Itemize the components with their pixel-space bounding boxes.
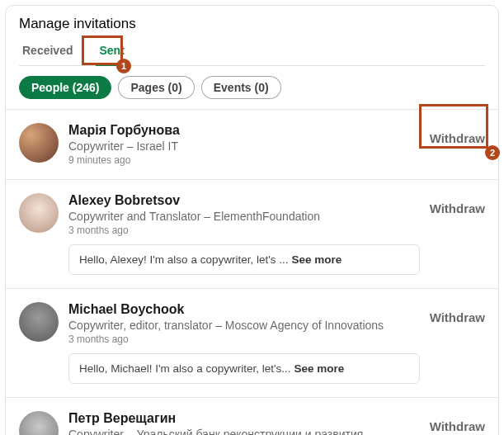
person-subtitle: Copywriter and Translator – ElementhFoun… [68, 210, 420, 223]
filter-pages[interactable]: Pages (0) [118, 76, 194, 99]
row-action: Withdraw [430, 411, 485, 433]
avatar[interactable] [19, 411, 59, 435]
invitation-info: Michael Boychook Copywriter, editor, tra… [68, 302, 420, 384]
manage-invitations-card: Manage invitations Received Sent People … [5, 5, 499, 435]
message-preview[interactable]: Hello, Michael! I'm also a copywriter, l… [68, 353, 420, 384]
person-name[interactable]: Michael Boychook [68, 302, 420, 317]
invitation-row: Марія Горбунова Copywriter – Israel IT 9… [6, 109, 498, 179]
card-header: Manage invitations Received Sent [6, 6, 498, 66]
tabs: Received Sent [19, 37, 485, 66]
invitation-row: Michael Boychook Copywriter, editor, tra… [6, 288, 498, 397]
person-subtitle: Copywriter, editor, translator – Moscow … [68, 319, 420, 332]
see-more-link[interactable]: See more [294, 362, 345, 375]
filter-row: People (246) Pages (0) Events (0) [6, 66, 498, 109]
withdraw-button[interactable]: Withdraw [430, 131, 485, 145]
filter-events[interactable]: Events (0) [201, 76, 281, 99]
invitation-row: Петр Верещагин Copywriter – Уральский ба… [6, 397, 498, 435]
filter-people[interactable]: People (246) [19, 76, 111, 99]
row-action: Withdraw [430, 302, 485, 324]
invitation-info: Марія Горбунова Copywriter – Israel IT 9… [68, 123, 420, 166]
person-subtitle: Copywriter – Уральский банк реконструкци… [68, 428, 420, 435]
tab-received[interactable]: Received [19, 37, 76, 65]
avatar[interactable] [19, 193, 59, 233]
row-action: Withdraw [430, 123, 485, 145]
annotation-badge-2: 2 [485, 145, 500, 160]
message-preview[interactable]: Hello, Alexey! I'm also a copywriter, le… [68, 244, 420, 275]
avatar[interactable] [19, 302, 59, 342]
person-subtitle: Copywriter – Israel IT [68, 139, 420, 153]
sent-time: 3 months ago [68, 333, 420, 345]
annotation-badge-1: 1 [116, 59, 131, 73]
withdraw-button[interactable]: Withdraw [430, 310, 485, 324]
invitation-info: Alexey Bobretsov Copywriter and Translat… [68, 193, 420, 275]
message-text: Hello, Michael! I'm also a copywriter, l… [79, 362, 291, 375]
invitation-info: Петр Верещагин Copywriter – Уральский ба… [68, 411, 420, 435]
sent-time: 9 minutes ago [68, 154, 420, 166]
person-name[interactable]: Петр Верещагин [68, 411, 420, 426]
message-text: Hello, Alexey! I'm also a copywriter, le… [79, 253, 289, 266]
person-name[interactable]: Марія Горбунова [68, 123, 420, 138]
see-more-link[interactable]: See more [292, 253, 342, 266]
withdraw-button[interactable]: Withdraw [430, 419, 485, 433]
invitation-list: Марія Горбунова Copywriter – Israel IT 9… [6, 109, 498, 435]
page-title: Manage invitations [19, 16, 485, 32]
sent-time: 3 months ago [68, 225, 420, 236]
row-action: Withdraw [430, 193, 485, 215]
avatar[interactable] [19, 123, 59, 163]
invitation-row: Alexey Bobretsov Copywriter and Translat… [6, 179, 498, 288]
person-name[interactable]: Alexey Bobretsov [68, 193, 420, 208]
withdraw-button[interactable]: Withdraw [430, 201, 485, 215]
